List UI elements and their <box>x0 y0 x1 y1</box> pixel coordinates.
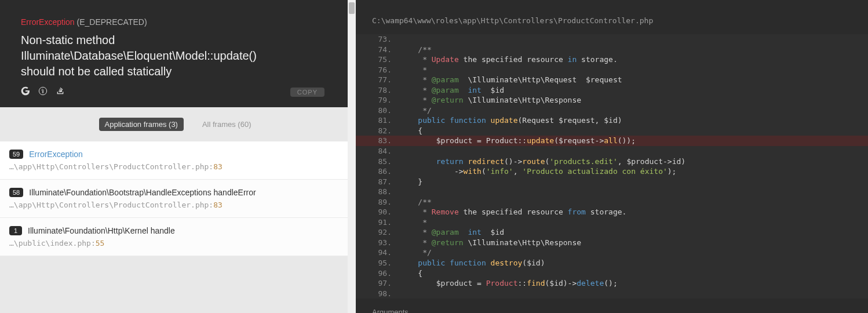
copy-button[interactable]: COPY <box>290 88 324 97</box>
code-line: 88. <box>356 187 868 197</box>
code-text: public function update(Request $request,… <box>400 115 868 126</box>
line-number: 84. <box>356 146 400 156</box>
code-line: 85. return redirect()->route('products.e… <box>356 156 868 167</box>
line-number: 82. <box>356 126 400 136</box>
code-text: $product = Product::find($id)->delete(); <box>400 278 868 289</box>
code-text: */ <box>400 248 868 258</box>
code-text: ->with('info', 'Producto actualizado con… <box>400 166 868 177</box>
tab-all-frames[interactable]: All frames (60) <box>196 118 257 131</box>
code-text: * Update the specified resource in stora… <box>400 54 868 65</box>
code-line: 75. * Update the specified resource in s… <box>356 54 868 65</box>
line-number: 97. <box>356 278 400 289</box>
code-line: 92. * @param int $id <box>356 227 868 238</box>
code-text: * Remove the specified resource from sto… <box>400 207 868 217</box>
code-text: * @param \Illuminate\Http\Request $reque… <box>400 75 868 85</box>
code-block: 73.74. /**75. * Update the specified res… <box>356 34 868 299</box>
svg-point-0 <box>39 87 46 94</box>
line-number: 76. <box>356 65 400 75</box>
frames-tabs: Application frames (3) All frames (60) <box>0 107 356 141</box>
code-text <box>400 146 868 156</box>
line-number: 86. <box>356 166 400 177</box>
line-number: 93. <box>356 238 400 248</box>
code-text: /** <box>400 45 868 55</box>
line-number: 89. <box>356 197 400 208</box>
line-number: 95. <box>356 258 400 268</box>
search-icons-row <box>21 86 335 96</box>
frames-list: 59ErrorException…\app\Http\Controllers\P… <box>0 141 356 256</box>
code-text: return redirect()->route('products.edit'… <box>400 156 868 167</box>
code-line: 73. <box>356 34 868 45</box>
code-line: 98. <box>356 289 868 299</box>
code-line: 79. * @return \Illuminate\Http\Response <box>356 95 868 105</box>
frame-path: …\public\index.php:55 <box>9 239 347 248</box>
frame-path: …\app\Http\Controllers\ProductController… <box>9 201 347 209</box>
line-number: 73. <box>356 34 400 45</box>
stack-frame[interactable]: 59ErrorException…\app\Http\Controllers\P… <box>0 141 356 180</box>
frame-name: Illuminate\Foundation\Http\Kernel handle <box>28 226 175 235</box>
exception-line: ErrorException (E_DEPRECATED) <box>21 17 335 27</box>
stackoverflow-icon[interactable] <box>56 86 65 96</box>
frame-path: …\app\Http\Controllers\ProductController… <box>9 162 344 171</box>
code-line: 90. * Remove the specified resource from… <box>356 207 868 217</box>
scrollbar-thumb[interactable] <box>349 2 355 14</box>
line-number: 94. <box>356 248 400 258</box>
code-line: 97. $product = Product::find($id)->delet… <box>356 278 868 289</box>
line-number: 74. <box>356 45 400 55</box>
code-line: 81. public function update(Request $requ… <box>356 115 868 126</box>
frame-badge: 59 <box>9 150 23 159</box>
code-line: 80. */ <box>356 105 868 116</box>
line-number: 85. <box>356 156 400 167</box>
line-number: 80. <box>356 105 400 116</box>
code-line: 87. } <box>356 177 868 187</box>
line-number: 92. <box>356 227 400 238</box>
exception-type: (E_DEPRECATED) <box>76 17 147 27</box>
code-line: 93. * @return \Illuminate\Http\Response <box>356 238 868 248</box>
code-line: 96. { <box>356 268 868 279</box>
error-header: ErrorException (E_DEPRECATED) Non-static… <box>0 0 356 107</box>
code-line: 95. public function destroy($id) <box>356 258 868 268</box>
tab-app-frames[interactable]: Application frames (3) <box>99 118 184 131</box>
code-line: 84. <box>356 146 868 156</box>
code-text: * <box>400 217 868 228</box>
code-text: * @param int $id <box>400 227 868 238</box>
frame-badge: 1 <box>9 226 22 235</box>
google-icon[interactable] <box>21 86 30 96</box>
code-text: */ <box>400 105 868 116</box>
line-number: 75. <box>356 54 400 65</box>
duckduckgo-icon[interactable] <box>38 86 48 96</box>
code-line: 91. * <box>356 217 868 228</box>
code-text: } <box>400 177 868 187</box>
frame-name: Illuminate\Foundation\Bootstrap\HandleEx… <box>29 188 256 197</box>
right-panel: C:\wamp64\www\roles\app\Http\Controllers… <box>356 0 868 313</box>
stack-frame[interactable]: 58Illuminate\Foundation\Bootstrap\Handle… <box>0 180 356 218</box>
line-number: 98. <box>356 289 400 299</box>
line-number: 81. <box>356 115 400 126</box>
code-line: 86. ->with('info', 'Producto actualizado… <box>356 166 868 177</box>
code-text: { <box>400 126 868 136</box>
line-number: 90. <box>356 207 400 217</box>
code-line: 94. */ <box>356 248 868 258</box>
code-text: * <box>400 65 868 75</box>
line-number: 88. <box>356 187 400 197</box>
line-number: 77. <box>356 75 400 85</box>
code-text: $product = Product::update($request->all… <box>400 136 868 146</box>
code-text <box>400 187 868 197</box>
code-text: public function destroy($id) <box>400 258 868 268</box>
line-number: 79. <box>356 95 400 105</box>
frame-badge: 58 <box>9 188 23 197</box>
frame-name: ErrorException <box>29 150 83 159</box>
code-line: 89. /** <box>356 197 868 208</box>
code-line: 82. { <box>356 126 868 136</box>
stack-frame[interactable]: 1Illuminate\Foundation\Http\Kernel handl… <box>0 218 356 256</box>
code-line: 83. $product = Product::update($request-… <box>356 136 868 146</box>
code-text <box>400 34 868 45</box>
code-text <box>400 289 868 299</box>
code-line: 74. /** <box>356 45 868 55</box>
line-number: 96. <box>356 268 400 279</box>
line-number: 83. <box>356 136 400 146</box>
scrollbar[interactable] <box>348 0 356 313</box>
code-text: * @return \Illuminate\Http\Response <box>400 238 868 248</box>
code-text: /** <box>400 197 868 208</box>
code-text: * @param int $id <box>400 85 868 96</box>
line-number: 78. <box>356 85 400 96</box>
